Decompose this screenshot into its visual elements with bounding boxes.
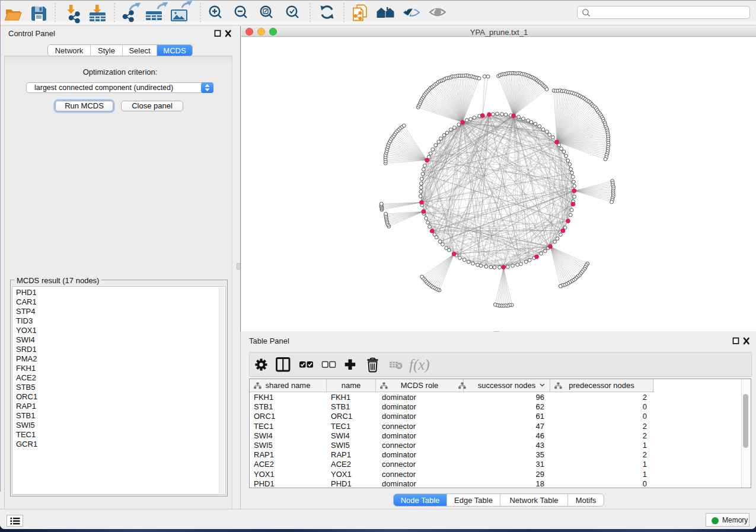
svg-text:f(x): f(x) bbox=[409, 357, 430, 373]
